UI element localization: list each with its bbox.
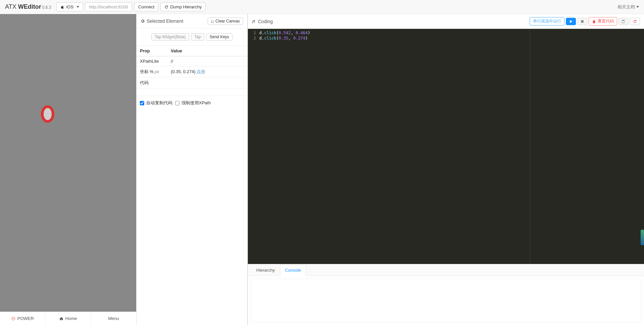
console-output[interactable] xyxy=(251,279,641,322)
connect-url-input[interactable] xyxy=(85,2,132,11)
coding-panel: Coding 单行或选中运行 重置代码 xyxy=(248,14,644,325)
send-keys-button[interactable]: Send Keys xyxy=(206,33,232,41)
tab-hierarchy[interactable]: Hierarchy xyxy=(251,264,280,276)
table-row: XPathLite // xyxy=(137,56,247,66)
chevron-down-icon xyxy=(636,6,639,8)
brand: ATX WEditor0.6.3 xyxy=(5,3,51,10)
force-xpath-checkbox[interactable] xyxy=(175,101,179,105)
refresh-icon xyxy=(164,5,168,9)
reset-code-button[interactable]: 重置代码 xyxy=(589,17,617,25)
touch-indicator xyxy=(41,105,54,123)
properties-table: Prop Value XPathLite // 坐标 % px (0.35, 0… xyxy=(137,46,247,96)
device-power-button[interactable]: POWER xyxy=(0,312,46,325)
device-panel: POWER Home Menu xyxy=(0,14,136,325)
table-row: 代码 xyxy=(137,77,247,89)
auto-copy-label: 自动复制代码 xyxy=(146,100,172,106)
run-selection-button[interactable]: 单行或选中运行 xyxy=(530,17,565,25)
side-handle[interactable] xyxy=(641,230,644,245)
gear-icon xyxy=(141,19,145,23)
device-controls: POWER Home Menu xyxy=(0,312,136,325)
refresh-button[interactable] xyxy=(630,18,640,25)
tap-button[interactable]: Tap xyxy=(191,33,204,41)
copy-button[interactable] xyxy=(619,18,629,25)
platform-dropdown-label: iOS xyxy=(66,4,73,9)
clear-canvas-button[interactable]: ◻ Clear Canvas xyxy=(208,17,243,25)
top-toolbar: ATX WEditor0.6.3 iOS Connect Dump Hierar… xyxy=(0,0,644,14)
editor-scroll-divider xyxy=(530,29,530,264)
table-row xyxy=(137,89,247,96)
auto-copy-checkbox[interactable] xyxy=(140,101,144,105)
editor-gutter: 1 2 xyxy=(248,29,258,264)
stop-icon xyxy=(580,19,584,23)
apple-icon xyxy=(60,5,64,9)
run-button[interactable] xyxy=(566,18,576,25)
home-icon xyxy=(59,317,63,321)
coding-title: Coding xyxy=(252,19,273,24)
connect-button[interactable]: Connect xyxy=(134,2,158,11)
power-icon xyxy=(11,317,15,321)
svg-rect-0 xyxy=(581,20,584,23)
stop-button[interactable] xyxy=(577,18,587,25)
platform-dropdown[interactable]: iOS xyxy=(56,2,83,11)
click-link[interactable]: 点击 xyxy=(197,69,205,74)
tab-console[interactable]: Console xyxy=(280,264,306,276)
selected-element-title: Selected Element xyxy=(141,18,183,24)
bottom-tabs: Hierarchy Console xyxy=(248,264,644,276)
play-icon xyxy=(569,19,573,23)
dump-hierarchy-button[interactable]: Dump Hierarchy xyxy=(160,2,206,11)
chevron-down-icon xyxy=(76,6,79,8)
selected-element-panel: Selected Element ◻ Clear Canvas Tap Widg… xyxy=(136,14,248,325)
th-value: Value xyxy=(167,46,247,56)
music-icon xyxy=(252,19,256,23)
device-menu-button[interactable]: Menu xyxy=(91,312,136,325)
code-editor[interactable]: 1 2 d.click(0.542, 0.464) d.click(0.35, … xyxy=(248,29,644,264)
device-canvas[interactable] xyxy=(0,14,136,312)
table-row: 坐标 % px (0.35, 0.274) 点击 xyxy=(137,66,247,77)
docs-dropdown[interactable]: 相关文档 xyxy=(618,4,639,10)
tap-widget-button[interactable]: Tap Widget(Beta) xyxy=(151,33,189,41)
th-prop: Prop xyxy=(137,46,167,56)
device-home-button[interactable]: Home xyxy=(46,312,91,325)
refresh-icon xyxy=(633,19,637,23)
copy-icon xyxy=(622,19,626,23)
editor-content[interactable]: d.click(0.542, 0.464) d.click(0.35, 0.27… xyxy=(258,29,644,264)
force-xpath-label: 强制使用XPath xyxy=(181,100,211,106)
trash-icon xyxy=(592,19,596,23)
